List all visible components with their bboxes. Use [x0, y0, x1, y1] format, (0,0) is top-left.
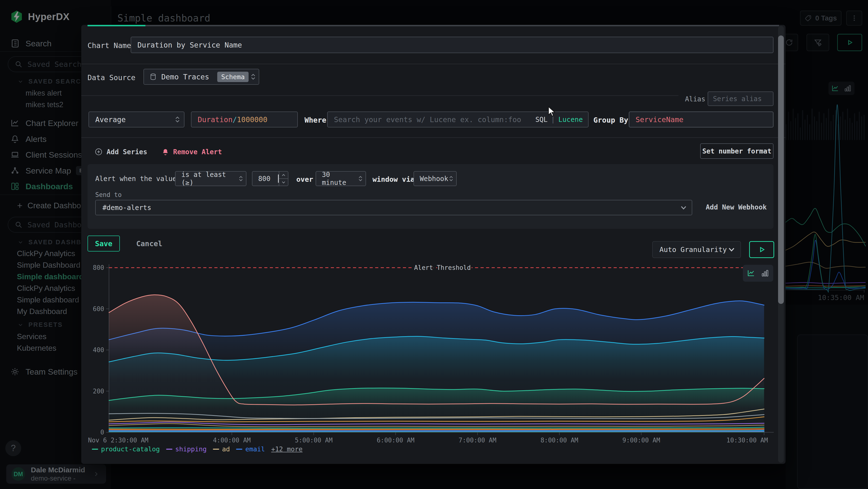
- send-to-label: Send to: [95, 191, 122, 198]
- alert-window-select[interactable]: 30 minute: [316, 171, 366, 186]
- alert-over-label: over: [296, 175, 313, 183]
- app-root: HyperDX Search Saved Searches SAVED SEAR…: [0, 0, 868, 489]
- select-updown-icon: [250, 73, 256, 81]
- data-source-select[interactable]: Demo Traces Schema: [144, 69, 259, 85]
- alias-label: Alias: [685, 95, 705, 103]
- field-divider: /: [233, 115, 237, 124]
- alert-channel-select[interactable]: Webhook: [413, 171, 457, 186]
- alert-condition-select[interactable]: is at least (≥): [175, 171, 246, 186]
- svg-text:0: 0: [100, 429, 104, 436]
- group-by-input[interactable]: ServiceName: [629, 112, 774, 127]
- svg-text:400: 400: [93, 346, 104, 353]
- svg-text:600: 600: [93, 305, 104, 313]
- alert-threshold-input[interactable]: 800: [252, 171, 288, 186]
- database-icon: [149, 73, 157, 81]
- add-new-webhook-link[interactable]: Add New Webhook: [706, 203, 767, 211]
- group-by-label: Group By: [593, 116, 628, 124]
- save-button[interactable]: Save: [88, 236, 120, 252]
- legend-more-link[interactable]: +12 more: [271, 445, 303, 453]
- alert-config-panel: Alert when the value is at least (≥) 800…: [88, 164, 774, 229]
- set-number-format-button[interactable]: Set number format: [700, 143, 774, 159]
- alert-via-label: window via: [373, 175, 415, 183]
- lang-sql-toggle[interactable]: SQL: [535, 116, 548, 123]
- aggregation-select[interactable]: Average: [89, 112, 184, 127]
- group-by-value: ServiceName: [636, 115, 684, 124]
- field-numerator: Duration: [198, 115, 233, 124]
- modal-divider: [81, 95, 679, 96]
- data-source-label: Data Source: [88, 74, 135, 82]
- legend-swatch: [166, 449, 173, 450]
- bell-icon: [161, 148, 169, 156]
- legend-label: email: [245, 445, 265, 453]
- add-series-button[interactable]: Add Series: [94, 144, 147, 160]
- where-label: Where: [305, 116, 326, 124]
- chart-name-input[interactable]: [131, 37, 774, 53]
- svg-text:10:30:00 AM: 10:30:00 AM: [726, 437, 768, 444]
- duration-by-service-chart: 0200400600800Nov 6 2:30:00 AM4:00:00 AM5…: [83, 257, 782, 450]
- svg-text:5:00:00 AM: 5:00:00 AM: [295, 437, 333, 444]
- lang-lucene-toggle[interactable]: Lucene: [558, 116, 583, 123]
- legend-item[interactable]: shipping: [166, 445, 207, 453]
- modal-scrollbar-thumb[interactable]: [778, 35, 784, 304]
- spinner-down-button[interactable]: [279, 178, 288, 185]
- modal-progress-bar: [88, 25, 145, 26]
- field-expression-input[interactable]: Duration/1000000: [191, 112, 298, 127]
- legend-item[interactable]: product-catalog: [92, 445, 160, 453]
- spinner-up-button[interactable]: [279, 172, 288, 178]
- modal-divider: [81, 137, 785, 138]
- alias-input[interactable]: [708, 91, 774, 106]
- modal-progress-track: [88, 25, 779, 26]
- field-denominator: 1000000: [237, 115, 268, 124]
- bar-chart-icon[interactable]: [761, 269, 769, 278]
- schema-badge: Schema: [217, 72, 249, 82]
- svg-text:4:00:00 AM: 4:00:00 AM: [213, 437, 251, 444]
- chart-type-toggle[interactable]: [743, 265, 773, 282]
- legend-label: product-catalog: [101, 445, 160, 453]
- svg-text:6:00:00 AM: 6:00:00 AM: [377, 437, 414, 444]
- legend-swatch: [213, 449, 219, 450]
- chart-name-input-field[interactable]: [131, 41, 773, 49]
- legend-swatch: [236, 449, 242, 450]
- chart-name-label: Chart Name: [88, 41, 131, 50]
- legend-label: shipping: [175, 445, 207, 453]
- chart-legend: product-catalogshippingademail+12 more: [92, 445, 303, 453]
- legend-label: ad: [222, 445, 230, 453]
- data-source-value: Demo Traces: [161, 73, 217, 81]
- svg-text:800: 800: [93, 264, 104, 271]
- svg-text:9:00:00 AM: 9:00:00 AM: [622, 437, 660, 444]
- play-icon: [757, 245, 766, 254]
- line-chart-icon[interactable]: [747, 269, 755, 278]
- svg-text:Nov 6 2:30:00 AM: Nov 6 2:30:00 AM: [88, 437, 148, 444]
- select-updown-icon: [358, 174, 363, 183]
- alert-prefix-label: Alert when the value: [95, 175, 177, 183]
- number-spinner[interactable]: [279, 172, 288, 185]
- mouse-cursor: [548, 106, 558, 117]
- where-input-field[interactable]: [328, 115, 535, 124]
- svg-text:200: 200: [93, 387, 104, 395]
- chevron-down-icon: [681, 206, 686, 209]
- plus-circle-icon: [94, 148, 103, 156]
- granularity-select[interactable]: Auto Granularity: [652, 241, 741, 258]
- modal-divider: [81, 64, 785, 64]
- select-updown-icon: [175, 115, 180, 123]
- legend-item[interactable]: email: [236, 445, 265, 453]
- cancel-button[interactable]: Cancel: [136, 236, 162, 252]
- svg-text:7:00:00 AM: 7:00:00 AM: [459, 437, 496, 444]
- preview-run-button[interactable]: [749, 241, 774, 258]
- alias-input-field[interactable]: [708, 95, 773, 103]
- edit-chart-modal: Chart Name Data Source Demo Traces Schem…: [81, 25, 785, 464]
- chevron-down-icon: [728, 248, 735, 252]
- select-updown-icon: [449, 174, 453, 183]
- select-updown-icon: [239, 174, 243, 183]
- legend-swatch: [92, 449, 98, 450]
- webhook-select[interactable]: #demo-alerts: [95, 200, 692, 215]
- svg-text:8:00:00 AM: 8:00:00 AM: [540, 437, 579, 444]
- remove-alert-button[interactable]: Remove Alert: [161, 144, 222, 160]
- legend-item[interactable]: ad: [213, 445, 230, 453]
- svg-text:Alert Threshold: Alert Threshold: [414, 264, 471, 271]
